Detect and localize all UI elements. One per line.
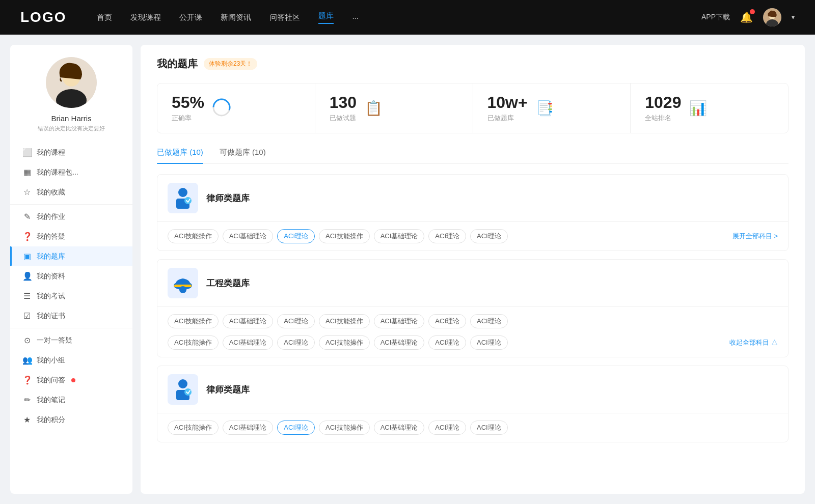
sidebar-item-my-exam[interactable]: ☰ 我的考试	[10, 286, 132, 306]
notification-bell[interactable]: 🔔	[740, 11, 753, 23]
qbank-tag[interactable]: ACI技能操作	[168, 314, 219, 328]
qbank-tag[interactable]: ACI技能操作	[168, 335, 219, 350]
nav-open-course[interactable]: 公开课	[179, 13, 202, 22]
qbank-tag[interactable]: ACI基础理论	[374, 335, 425, 350]
lawyer-icon-wrap-2	[168, 374, 198, 405]
sidebar-item-label: 我的课程包...	[37, 168, 78, 177]
sidebar-item-label: 我的问答	[37, 376, 65, 385]
sidebar-item-my-points[interactable]: ★ 我的积分	[10, 410, 132, 430]
favorites-icon: ☆	[22, 187, 32, 197]
qbank-tag[interactable]: ACI技能操作	[319, 229, 370, 243]
qbank-tag[interactable]: ACI理论	[470, 335, 508, 350]
nav-qa[interactable]: 问答社区	[269, 13, 300, 22]
pie-chart-svg	[212, 98, 231, 117]
svg-point-8	[216, 102, 227, 113]
nav-more[interactable]: ···	[352, 13, 359, 22]
qbank-title-3: 律师类题库	[206, 384, 250, 396]
group-icon: 👥	[22, 355, 32, 365]
sidebar-divider	[10, 204, 132, 205]
stat-accuracy: 55% 正确率	[157, 83, 315, 133]
user-avatar	[46, 57, 97, 108]
sidebar-item-label: 我的笔记	[37, 396, 65, 405]
page-layout: Brian Harris 错误的决定比没有决定要好 ⬜ 我的课程 ▦ 我的课程包…	[0, 35, 815, 504]
tab-done-banks[interactable]: 已做题库 (10)	[157, 148, 203, 163]
tab-available-banks[interactable]: 可做题库 (10)	[220, 148, 266, 163]
sidebar-item-question-bank[interactable]: ▣ 我的题库	[10, 246, 132, 266]
qbank-tag[interactable]: ACI理论	[428, 421, 466, 435]
sidebar-item-favorites[interactable]: ☆ 我的收藏	[10, 182, 132, 202]
sidebar-item-certificate[interactable]: ☑ 我的证书	[10, 306, 132, 326]
sidebar-item-my-questions[interactable]: ❓ 我的问答	[10, 370, 132, 390]
qbank-tag[interactable]: ACI理论	[277, 335, 315, 350]
qbank-tag[interactable]: ACI技能操作	[319, 314, 370, 328]
sidebar-item-one-on-one[interactable]: ⊙ 一对一答疑	[10, 330, 132, 350]
qbank-tags-3: ACI技能操作 ACI基础理论 ACI理论 ACI技能操作 ACI基础理论 AC…	[157, 413, 788, 442]
qbank-tag[interactable]: ACI基础理论	[374, 421, 425, 435]
qbank-tag[interactable]: ACI理论	[470, 314, 508, 328]
site-rank-icon: 📊	[689, 100, 707, 117]
nav-question-bank[interactable]: 题库	[318, 11, 334, 24]
main-content: 我的题库 体验剩余23天！ 55% 正确率	[141, 45, 805, 494]
svg-point-9	[178, 188, 187, 197]
qbank-tag[interactable]: ACI基础理论	[223, 314, 274, 328]
qbank-tag[interactable]: ACI基础理论	[374, 229, 425, 243]
my-course-icon: ⬜	[22, 148, 32, 157]
qbank-tag[interactable]: ACI基础理论	[223, 421, 274, 435]
question-bank-icon: ▣	[22, 251, 32, 261]
qbank-tag[interactable]: ACI基础理论	[374, 314, 425, 328]
nav-home[interactable]: 首页	[97, 13, 112, 22]
qbank-tag[interactable]: ACI理论	[428, 335, 466, 350]
qbank-tag[interactable]: ACI理论	[428, 314, 466, 328]
qbank-tag[interactable]: ACI技能操作	[319, 421, 370, 435]
qbank-tag[interactable]: ACI技能操作	[168, 421, 219, 435]
stat-done-questions-value: 130	[330, 94, 357, 111]
profile-icon: 👤	[22, 271, 32, 281]
qbank-tag[interactable]: ACI技能操作	[168, 229, 219, 243]
qbank-tag[interactable]: ACI基础理论	[223, 229, 274, 243]
stats-row: 55% 正确率 130 已做试题 📋	[157, 83, 789, 133]
done-questions-icon: 📋	[365, 100, 383, 117]
expand-btn-1[interactable]: 展开全部科目 >	[732, 232, 778, 241]
notes-icon: ✏	[22, 395, 32, 405]
qbank-tag[interactable]: ACI技能操作	[319, 335, 370, 350]
sidebar-item-label: 我的作业	[37, 212, 65, 221]
stat-site-rank-value: 1029	[645, 94, 681, 111]
qbank-title-2: 工程类题库	[206, 277, 250, 289]
app-download-link[interactable]: APP下载	[701, 13, 730, 22]
qbank-title-1: 律师类题库	[206, 192, 250, 204]
qbank-card-lawyer-1: 律师类题库 ACI技能操作 ACI基础理论 ACI理论 ACI技能操作 ACI基…	[157, 174, 789, 251]
stat-accuracy-value: 55%	[172, 94, 204, 111]
sidebar-item-my-qa[interactable]: ❓ 我的答疑	[10, 227, 132, 246]
sidebar-username: Brian Harris	[51, 114, 91, 123]
engineer-helmet-icon	[170, 270, 196, 296]
done-banks-icon: 📑	[536, 100, 554, 117]
stat-accuracy-text: 55% 正确率	[172, 94, 204, 123]
qbank-tag-selected[interactable]: ACI理论	[277, 421, 315, 435]
qbank-tag-selected[interactable]: ACI理论	[277, 229, 315, 243]
sidebar-item-homework[interactable]: ✎ 我的作业	[10, 207, 132, 227]
qbank-tag[interactable]: ACI理论	[277, 314, 315, 328]
qbank-card-header-2: 工程类题库	[157, 260, 788, 307]
qbank-tag[interactable]: ACI基础理论	[223, 335, 274, 350]
nav-dropdown-arrow[interactable]: ▾	[792, 14, 795, 21]
nav-discover[interactable]: 发现课程	[130, 13, 161, 22]
sidebar-item-my-group[interactable]: 👥 我的小组	[10, 350, 132, 370]
sidebar-item-my-notes[interactable]: ✏ 我的笔记	[10, 390, 132, 410]
stat-site-rank-text: 1029 全站排名	[645, 94, 681, 123]
sidebar-item-label: 我的收藏	[37, 188, 65, 197]
sidebar-item-label: 我的课程	[37, 148, 65, 157]
qbank-tag[interactable]: ACI理论	[428, 229, 466, 243]
qbank-tag[interactable]: ACI理论	[470, 421, 508, 435]
nav-news[interactable]: 新闻资讯	[221, 13, 251, 22]
stat-done-banks: 10w+ 已做题库 📑	[473, 83, 631, 133]
sidebar-item-my-course[interactable]: ⬜ 我的课程	[10, 143, 132, 162]
sidebar-item-my-profile[interactable]: 👤 我的资料	[10, 266, 132, 286]
sidebar-divider-2	[10, 328, 132, 328]
tabs-row: 已做题库 (10) 可做题库 (10)	[157, 148, 789, 164]
qbank-tag[interactable]: ACI理论	[470, 229, 508, 243]
user-avatar-nav[interactable]	[763, 8, 781, 26]
collapse-btn-2[interactable]: 收起全部科目 △	[729, 338, 778, 347]
sidebar-item-course-package[interactable]: ▦ 我的课程包...	[10, 162, 132, 182]
homework-icon: ✎	[22, 212, 32, 221]
sidebar-item-label: 我的考试	[37, 292, 65, 301]
